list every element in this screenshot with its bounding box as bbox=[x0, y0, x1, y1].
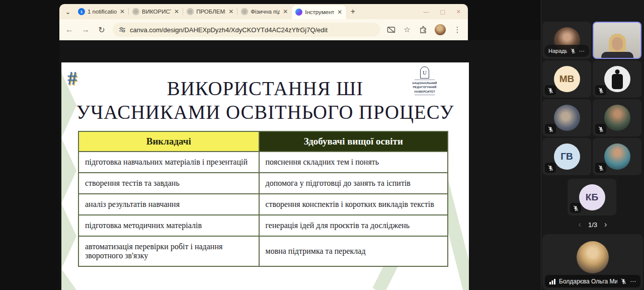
participant-tile[interactable]: МВ bbox=[542, 60, 591, 98]
table-row: підготовка навчальних матеріалів і презе… bbox=[78, 152, 448, 173]
participant-tile[interactable]: ГВ bbox=[542, 138, 591, 175]
more-options-icon[interactable]: ⋯ bbox=[630, 278, 636, 285]
cast-off-icon[interactable] bbox=[386, 25, 395, 34]
extensions-icon[interactable] bbox=[419, 25, 428, 34]
table-row: аналіз результатів навчання створення ко… bbox=[78, 194, 448, 215]
browser-toolbar: ← → ↻ canva.com/design/DAHEXpDyzh4/XdyCK… bbox=[59, 19, 468, 40]
gallery-pagination: ‹ 1/3 › bbox=[541, 220, 644, 229]
table-cell: створення тестів та завдань bbox=[78, 173, 259, 194]
slide-title: ВИКОРИСТАННЯ ШІ УЧАСНИКАМИ ОСВІТНЬОГО ПР… bbox=[67, 77, 463, 124]
tab-label: Інструмент bbox=[305, 9, 334, 15]
canva-favicon bbox=[241, 8, 248, 15]
back-button[interactable]: ← bbox=[64, 25, 74, 34]
logo-rule bbox=[415, 95, 435, 95]
initials-avatar: ГВ bbox=[554, 143, 580, 170]
table-cell: пояснення складних тем і понять bbox=[259, 152, 448, 173]
initials-avatar: КБ bbox=[579, 184, 605, 210]
logo-rule bbox=[415, 80, 435, 80]
toolbar-right: ☆ ⋮ bbox=[386, 24, 463, 35]
mic-muted-icon bbox=[595, 85, 606, 95]
notification-favicon: 1 bbox=[78, 8, 85, 15]
university-logo: U НАЦІОНАЛЬНИЙ ПЕДАГОГІЧНИЙ УНІВЕРСИТЕТ bbox=[409, 66, 441, 96]
slide-title-line2: УЧАСНИКАМИ ОСВІТНЬОГО ПРОЦЕСУ bbox=[67, 100, 463, 124]
forward-button[interactable]: → bbox=[80, 25, 91, 34]
plus-icon: + bbox=[351, 7, 355, 16]
address-bar[interactable]: canva.com/design/DAHEXpDyzh4/XdyCKOYTd4A… bbox=[113, 23, 380, 37]
tab-notifications[interactable]: 1 1 notificatio ✕ bbox=[74, 5, 129, 18]
mic-muted-icon bbox=[545, 85, 556, 95]
tab-label: ПРОБЛЕМИ bbox=[196, 9, 225, 15]
table-cell: допомога у підготовці до занять та іспит… bbox=[259, 173, 448, 194]
mic-muted-icon bbox=[570, 48, 576, 54]
mic-muted-icon bbox=[570, 203, 581, 213]
table-cell: підготовка навчальних матеріалів і презе… bbox=[78, 152, 259, 173]
university-arch-icon: U bbox=[420, 66, 429, 79]
active-speaker-video-tile[interactable] bbox=[593, 22, 641, 59]
tab-close-icon[interactable]: ✕ bbox=[119, 8, 125, 15]
tab-fizychna[interactable]: Фізична під ✕ bbox=[237, 5, 292, 18]
tab-instrument-active[interactable]: Інструмент ✕ bbox=[292, 5, 346, 19]
reload-button[interactable]: ↻ bbox=[97, 25, 107, 35]
participants-panel: Нарадь... ⋯ МВ bbox=[541, 0, 644, 290]
university-name-line1: НАЦІОНАЛЬНИЙ bbox=[409, 81, 441, 85]
ai-usage-table: Викладачі Здобувачі вищої освіти підгото… bbox=[78, 131, 448, 267]
browser-window: ⌄ 1 1 notificatio ✕ ВИКОРИСТ ✕ ПРОБЛЕМИ … bbox=[59, 0, 468, 40]
tab-label: Фізична під bbox=[251, 9, 280, 15]
participant-tile[interactable] bbox=[542, 99, 591, 136]
slide-title-line1: ВИКОРИСТАННЯ ШІ bbox=[67, 77, 463, 100]
avatar bbox=[604, 66, 630, 92]
table-row: підготовка методичних матеріалів генерац… bbox=[78, 215, 448, 236]
mic-muted-icon bbox=[545, 124, 556, 134]
canva-favicon bbox=[132, 8, 139, 15]
participant-tile[interactable] bbox=[593, 60, 641, 98]
tab-label: 1 notificatio bbox=[88, 9, 117, 15]
previous-page-icon[interactable]: ‹ bbox=[579, 220, 581, 229]
tab-close-icon[interactable]: ✕ bbox=[174, 8, 180, 15]
table-cell: створення конспектів і коротких викладів… bbox=[259, 194, 448, 215]
url-text[interactable]: canva.com/design/DAHEXpDyzh4/XdyCKOYTd4A… bbox=[130, 26, 328, 34]
participant-name: Нарадь... bbox=[548, 48, 567, 54]
next-page-icon[interactable]: › bbox=[604, 220, 607, 229]
university-name-line2: ПЕДАГОГІЧНИЙ bbox=[409, 85, 441, 89]
more-options-icon[interactable]: ⋯ bbox=[579, 48, 585, 54]
tab-search-button[interactable]: ⌄ bbox=[61, 6, 74, 17]
profile-avatar[interactable] bbox=[435, 24, 446, 35]
table-cell: мовна підтримка та переклад bbox=[259, 236, 448, 266]
tab-close-icon[interactable]: ✕ bbox=[337, 9, 343, 16]
university-name-line3: УНІВЕРСИТЕТ bbox=[409, 90, 441, 94]
canva-color-favicon bbox=[295, 9, 302, 16]
close-window-button[interactable]: ✕ bbox=[456, 9, 461, 15]
tab-strip: ⌄ 1 1 notificatio ✕ ВИКОРИСТ ✕ ПРОБЛЕМИ … bbox=[59, 4, 468, 19]
tab-label: ВИКОРИСТ bbox=[142, 9, 171, 15]
participant-video bbox=[600, 34, 635, 59]
participant-tile[interactable] bbox=[593, 138, 641, 175]
mic-muted-icon bbox=[595, 124, 606, 134]
mic-muted-icon bbox=[620, 278, 627, 284]
participant-tile[interactable] bbox=[593, 99, 641, 136]
table-row: автоматизація перевірки робіт і надання … bbox=[78, 236, 448, 266]
connection-signal-icon bbox=[549, 278, 556, 284]
initials-avatar: МВ bbox=[554, 66, 580, 92]
chevron-down-icon: ⌄ bbox=[65, 8, 71, 16]
tab-close-icon[interactable]: ✕ bbox=[282, 8, 288, 15]
hashtag-logo: # bbox=[67, 68, 77, 88]
tab-vykorystannia[interactable]: ВИКОРИСТ ✕ bbox=[129, 5, 183, 18]
browser-menu-icon[interactable]: ⋮ bbox=[453, 25, 462, 34]
bookmark-star-icon[interactable]: ☆ bbox=[403, 25, 412, 34]
maximize-button[interactable]: ▢ bbox=[440, 9, 445, 15]
speaker-name: Болдарєва Ольга Ми... bbox=[559, 278, 617, 285]
window-controls: — ▢ ✕ bbox=[423, 9, 466, 15]
speaker-name-bar: Болдарєва Ольга Ми... ⋯ bbox=[545, 275, 640, 287]
table-header-row: Викладачі Здобувачі вищої освіти bbox=[78, 131, 448, 152]
speaker-tile[interactable]: Болдарєва Ольга Ми... ⋯ bbox=[542, 234, 643, 290]
participant-name-pill: Нарадь... ⋯ bbox=[544, 45, 589, 57]
participant-tile[interactable]: Нарадь... ⋯ bbox=[542, 22, 591, 59]
tab-close-icon[interactable]: ✕ bbox=[228, 8, 234, 15]
minimize-button[interactable]: — bbox=[423, 9, 429, 15]
screen: ⌄ 1 1 notificatio ✕ ВИКОРИСТ ✕ ПРОБЛЕМИ … bbox=[0, 0, 644, 290]
new-tab-button[interactable]: + bbox=[346, 6, 359, 18]
tab-problemy[interactable]: ПРОБЛЕМИ ✕ bbox=[183, 5, 237, 18]
canva-favicon bbox=[187, 8, 194, 15]
participant-tile[interactable]: КБ bbox=[568, 179, 616, 215]
site-settings-icon[interactable] bbox=[119, 26, 126, 33]
